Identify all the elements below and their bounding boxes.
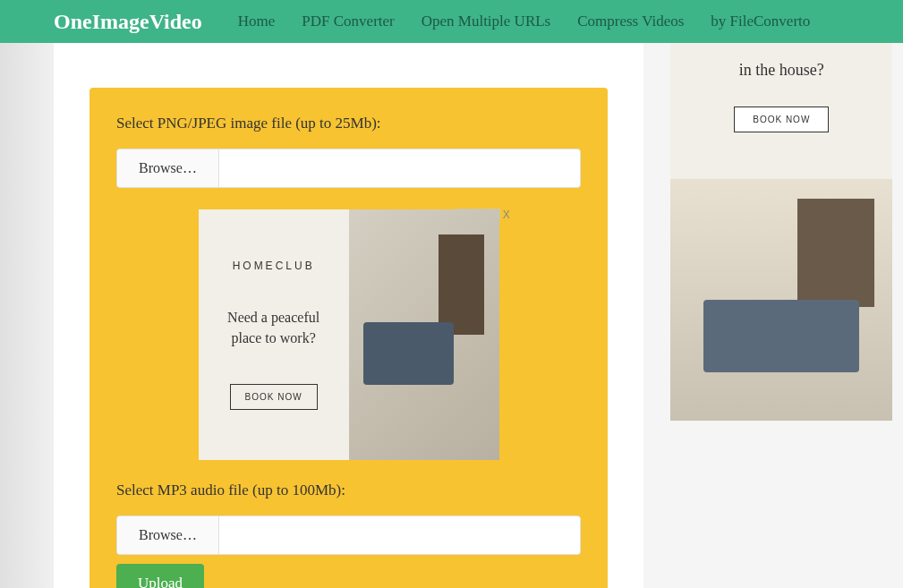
nav-by-fileconverto[interactable]: by FileConverto	[711, 13, 810, 30]
sidebar-ad-cta-button[interactable]: BOOK NOW	[734, 107, 829, 132]
audio-file-input-row: Browse…	[116, 516, 581, 555]
main-nav: Home PDF Converter Open Multiple URLs Co…	[238, 13, 811, 30]
nav-open-urls[interactable]: Open Multiple URLs	[422, 13, 551, 30]
inline-ad: Publicité X HOMECLUB Need a peaceful pla…	[199, 209, 499, 460]
ad-close-icon[interactable]: X	[503, 209, 510, 221]
sidebar-ad-top: in the house? BOOK NOW	[670, 43, 892, 179]
main-container: Select PNG/JPEG image file (up to 25Mb):…	[0, 43, 903, 588]
ad-headline: Need a peaceful place to work?	[217, 308, 331, 348]
nav-pdf-converter[interactable]: PDF Converter	[302, 13, 394, 30]
sidebar-ad-headline: in the house?	[739, 61, 824, 80]
audio-file-name[interactable]	[219, 516, 580, 554]
sidebar-sofa-shape	[703, 300, 859, 372]
nav-home[interactable]: Home	[238, 13, 276, 30]
browse-image-button[interactable]: Browse…	[117, 149, 219, 187]
ad-sofa-shape	[363, 322, 454, 385]
sidebar-shelf-shape	[797, 199, 875, 308]
upload-button[interactable]: Upload	[116, 564, 204, 588]
ad-shelf-shape	[439, 234, 483, 335]
browse-audio-button[interactable]: Browse…	[117, 516, 219, 554]
sidebar-ad-image	[670, 179, 892, 421]
upload-card: Select PNG/JPEG image file (up to 25Mb):…	[89, 88, 608, 588]
ad-content[interactable]: HOMECLUB Need a peaceful place to work? …	[199, 209, 499, 460]
site-logo[interactable]: OneImageVideo	[54, 10, 202, 34]
sidebar-ad[interactable]: in the house? BOOK NOW	[670, 43, 892, 421]
image-file-label: Select PNG/JPEG image file (up to 25Mb):	[116, 115, 581, 132]
ad-image	[349, 209, 499, 460]
ad-room-illustration	[349, 209, 499, 460]
content-area: Select PNG/JPEG image file (up to 25Mb):…	[54, 43, 643, 588]
image-file-name[interactable]	[219, 149, 580, 187]
main-header: OneImageVideo Home PDF Converter Open Mu…	[0, 0, 903, 43]
ad-left-panel: HOMECLUB Need a peaceful place to work? …	[199, 209, 349, 460]
nav-compress-videos[interactable]: Compress Videos	[577, 13, 684, 30]
image-file-input-row: Browse…	[116, 149, 581, 188]
ad-brand: HOMECLUB	[233, 260, 315, 272]
audio-file-label: Select MP3 audio file (up to 100Mb):	[116, 481, 581, 499]
sidebar: in the house? BOOK NOW	[670, 43, 903, 588]
ad-cta-button[interactable]: BOOK NOW	[230, 384, 318, 410]
